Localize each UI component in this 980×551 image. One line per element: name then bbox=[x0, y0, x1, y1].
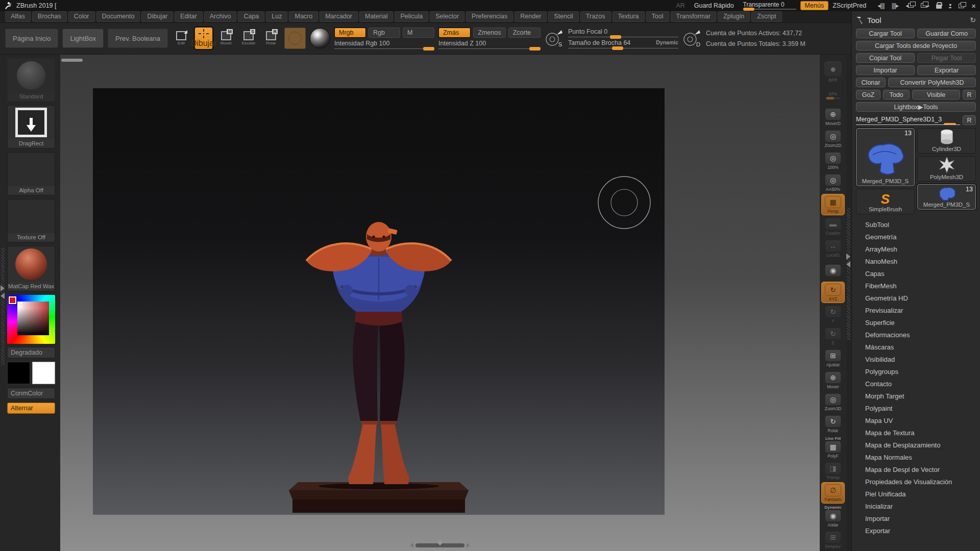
slider-handle[interactable] bbox=[529, 47, 541, 51]
todo-button[interactable]: Todo bbox=[883, 90, 910, 99]
tool-section-item[interactable]: Morph Target bbox=[856, 390, 976, 402]
panel-refresh-icon[interactable]: ↻ bbox=[970, 16, 976, 24]
clonar-button[interactable]: Clonar bbox=[856, 78, 886, 87]
tool-section-item[interactable]: Mapa de Desplazamiento bbox=[856, 439, 976, 451]
zcorte-button[interactable]: Zcorte bbox=[508, 28, 541, 38]
tool-section-item[interactable]: Deformaciones bbox=[856, 329, 976, 341]
menu-tab[interactable]: Trazos bbox=[580, 11, 611, 22]
shelf-item[interactable]: ↻ Z bbox=[821, 325, 845, 347]
menu-tab[interactable]: Textura bbox=[612, 11, 645, 22]
transparente-slider[interactable]: Transparente 0 bbox=[743, 2, 796, 10]
convertir-polymesh-button[interactable]: Convertir PolyMesh3D bbox=[888, 78, 976, 87]
menu-tab[interactable]: Stencil bbox=[548, 11, 579, 22]
zmas-button[interactable]: Zmás bbox=[438, 28, 471, 38]
menu-tab[interactable]: Dibujar bbox=[141, 11, 173, 22]
menu-tab[interactable]: Alfas bbox=[5, 11, 31, 22]
current-material-button[interactable] bbox=[310, 28, 330, 48]
slider-handle[interactable] bbox=[743, 8, 754, 11]
rename-tool-button[interactable]: R bbox=[963, 115, 976, 125]
shelf-item[interactable]: ⊞ Ajustar bbox=[821, 347, 845, 369]
escalar-button[interactable]: S Escalar bbox=[239, 31, 258, 45]
shelf-item[interactable]: ◨ Transp bbox=[821, 460, 845, 482]
tool-thumbnail-merged[interactable]: 13 Merged_PM3D_S bbox=[917, 184, 976, 210]
tool-section-item[interactable]: Superficie bbox=[856, 316, 976, 329]
dynamic-label[interactable]: Dynamic bbox=[656, 39, 678, 46]
menu-tab[interactable]: Capa bbox=[238, 11, 264, 22]
lightbox-button[interactable]: LightBox bbox=[62, 29, 104, 48]
shelf-item[interactable]: ◉ bbox=[821, 260, 845, 281]
divider-collapse-arrows[interactable] bbox=[846, 254, 850, 267]
alternar-button[interactable]: Alternar bbox=[7, 403, 55, 414]
intensidad-z-slider[interactable]: Intensidad Z 100 bbox=[438, 40, 541, 49]
shelf-item[interactable]: ◎ Zoom3D bbox=[821, 391, 845, 413]
shelf-item[interactable]: Line Fill ▦ PolyF bbox=[821, 435, 845, 460]
tool-section-item[interactable]: Contacto bbox=[856, 378, 976, 390]
shelf-item[interactable]: ▬ Cuadric bbox=[821, 216, 845, 237]
shelf-item[interactable]: SPix bbox=[821, 84, 845, 106]
intensidad-rgb-slider[interactable]: Intensidad Rgb 100 bbox=[334, 40, 434, 49]
lightbox-tools-button[interactable]: Lightbox▶Tools bbox=[856, 102, 976, 112]
next-layout-icon[interactable]: ▸ bbox=[921, 2, 929, 9]
shelf-item[interactable]: ∅ Fantasm bbox=[821, 482, 845, 504]
tool-thumbnail-merged-active[interactable]: 13 Merged_PM3D_S bbox=[856, 128, 915, 186]
transparente-track[interactable] bbox=[743, 9, 796, 10]
tamano-brocha-slider[interactable]: Tamaño de Brocha 64 Dynamic bbox=[568, 39, 678, 48]
zmenos-button[interactable]: Zmenos bbox=[473, 28, 505, 38]
mrgb-button[interactable]: Mrgb bbox=[334, 28, 366, 38]
prev-booleana-button[interactable]: Prev. Booleana bbox=[108, 29, 168, 48]
slider-handle[interactable] bbox=[423, 47, 434, 51]
scroll-right-icon[interactable] bbox=[467, 543, 470, 548]
importar-button[interactable]: Importar bbox=[856, 65, 915, 75]
menu-tab[interactable]: Archivo bbox=[204, 11, 237, 22]
shelf-item[interactable]: ↻ XYZ bbox=[821, 282, 845, 303]
material-selector[interactable]: MatCap Red Wax bbox=[7, 246, 55, 291]
restore-button[interactable] bbox=[959, 4, 964, 8]
shrink-right-icon[interactable]: ||||▸ bbox=[892, 2, 899, 9]
tool-section-item[interactable]: Máscaras bbox=[856, 341, 976, 353]
shelf-item[interactable]: Dynamic ◉ Aislar bbox=[821, 504, 845, 529]
menu-tab[interactable]: Zscript bbox=[751, 11, 782, 22]
menu-tab[interactable]: Brochas bbox=[32, 11, 67, 22]
tool-section-item[interactable]: Importar bbox=[856, 512, 976, 524]
menu-tab[interactable]: Pelicula bbox=[395, 11, 428, 22]
scroll-left-icon[interactable] bbox=[410, 543, 413, 548]
m-button[interactable]: M bbox=[403, 28, 434, 38]
tool-thumbnail-polymesh[interactable]: PolyMesh3D bbox=[917, 156, 976, 182]
minimize-button[interactable]: ▾ bbox=[949, 3, 951, 8]
tool-section-item[interactable]: Mapa de Textura bbox=[856, 427, 976, 439]
document-viewport[interactable] bbox=[93, 88, 665, 515]
menu-tab[interactable]: Render bbox=[514, 11, 547, 22]
cargar-tools-proyecto-button[interactable]: Cargar Tools desde Proyecto bbox=[856, 41, 976, 51]
tool-thumbnail-simplebrush[interactable]: S SimpleBrush bbox=[856, 189, 915, 214]
tool-section-item[interactable]: Previsualizar bbox=[856, 304, 976, 316]
tray-drag-handle[interactable] bbox=[1, 247, 5, 365]
scrollbar-track[interactable] bbox=[415, 543, 464, 547]
prev-layout-icon[interactable]: ◂ bbox=[905, 2, 914, 9]
shelf-item[interactable]: ● BPR bbox=[821, 60, 845, 84]
tool-section-item[interactable]: Capas bbox=[856, 267, 976, 280]
goz-r-button[interactable]: R bbox=[963, 90, 976, 99]
scroll-updown-icons[interactable] bbox=[437, 540, 443, 545]
menu-tab[interactable]: Tool bbox=[646, 11, 669, 22]
tray-collapse-arrows[interactable] bbox=[1, 285, 5, 299]
tool-section-item[interactable]: SubTool bbox=[856, 218, 976, 231]
tool-section-item[interactable]: Mapa de Despl de Vector bbox=[856, 463, 976, 475]
guardar-como-button[interactable]: Guardar Como bbox=[917, 29, 976, 38]
dynamic-brush-button[interactable]: D bbox=[682, 28, 702, 48]
menu-tab[interactable]: Selector bbox=[430, 11, 464, 22]
close-button[interactable]: × bbox=[971, 2, 976, 10]
menu-tab[interactable]: Zplugin bbox=[718, 11, 750, 22]
punto-focal-slider[interactable]: Punto Focal 0 bbox=[568, 28, 678, 37]
menu-tab[interactable]: Color bbox=[68, 11, 95, 22]
black-color-swatch[interactable] bbox=[7, 362, 30, 384]
menu-tab[interactable]: Preferencias bbox=[466, 11, 513, 22]
menu-tab[interactable]: Material bbox=[359, 11, 393, 22]
visible-button[interactable]: Visible bbox=[912, 90, 960, 99]
tool-thumbnail-cylinder[interactable]: Cylinder3D bbox=[917, 128, 976, 154]
shelf-item[interactable]: ▦ Persp bbox=[821, 194, 845, 215]
canvas-hscrollbar[interactable] bbox=[61, 59, 83, 62]
stroke-curve-button[interactable]: S bbox=[545, 28, 564, 48]
shelf-item[interactable]: ◎ 100% bbox=[821, 150, 845, 171]
rgb-button[interactable]: Rgb bbox=[369, 28, 400, 38]
menu-tab[interactable]: Editar bbox=[175, 11, 203, 22]
